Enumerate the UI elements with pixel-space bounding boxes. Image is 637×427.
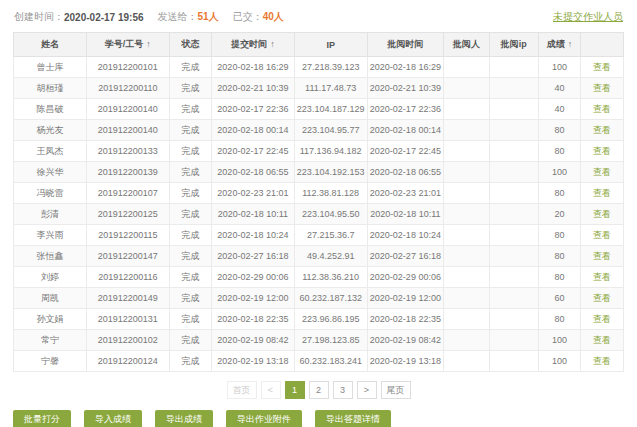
view-link[interactable]: 查看 [593, 62, 611, 72]
name-cell: 曾士库 [14, 57, 87, 78]
action-button[interactable]: 导出答题详情 [315, 410, 391, 427]
sort-ascending-icon[interactable]: ↑ [568, 39, 573, 49]
ip-cell: 27.215.36.7 [294, 225, 367, 246]
action-button[interactable]: 导入成绩 [84, 410, 142, 427]
pagination: 首页<123>尾页 [13, 381, 624, 399]
view-link[interactable]: 查看 [593, 125, 611, 135]
review-time-cell: 2020-02-18 06:55 [367, 162, 443, 183]
id-cell: 201912200110 [87, 78, 169, 99]
review-time-cell: 2020-02-17 22:45 [367, 141, 443, 162]
view-cell: 查看 [581, 351, 624, 372]
status-cell: 完成 [169, 288, 212, 309]
page-button: 首页 [227, 381, 257, 399]
review-ip-cell [489, 57, 538, 78]
score-cell: 100 [538, 162, 581, 183]
ip-cell: 112.38.36.210 [294, 267, 367, 288]
status-cell: 完成 [169, 57, 212, 78]
view-link[interactable]: 查看 [593, 356, 611, 366]
reviewer-cell [444, 141, 490, 162]
table-row: 彭清201912200125完成2020-02-18 10:11223.104.… [14, 204, 624, 225]
status-cell: 完成 [169, 204, 212, 225]
view-cell: 查看 [581, 183, 624, 204]
view-link[interactable]: 查看 [593, 104, 611, 114]
page-button[interactable]: 尾页 [381, 381, 411, 399]
table-row: 陈昌破201912200140完成2020-02-17 22:36223.104… [14, 99, 624, 120]
unsubmitted-students-link[interactable]: 未提交作业人员 [553, 10, 623, 24]
view-link[interactable]: 查看 [593, 272, 611, 282]
sort-ascending-icon[interactable]: ↑ [146, 39, 151, 49]
review-ip-cell [489, 120, 538, 141]
reviewer-cell [444, 57, 490, 78]
reviewer-cell [444, 309, 490, 330]
view-cell: 查看 [581, 99, 624, 120]
table-row: 刘婷201912200116完成2020-02-29 00:06112.38.3… [14, 267, 624, 288]
view-link[interactable]: 查看 [593, 251, 611, 261]
table-row: 冯晓雷201912200107完成2020-02-23 21:01112.38.… [14, 183, 624, 204]
action-button[interactable]: 批量打分 [13, 410, 71, 427]
view-link[interactable]: 查看 [593, 314, 611, 324]
sent-to-label: 发送给： [158, 10, 198, 24]
action-button[interactable]: 导出作业附件 [226, 410, 302, 427]
id-cell: 201912200140 [87, 120, 169, 141]
column-header: IP [294, 33, 367, 57]
column-header[interactable]: 提交时间↑ [212, 33, 294, 57]
action-button[interactable]: 导出成绩 [155, 410, 213, 427]
ip-cell: 112.38.81.128 [294, 183, 367, 204]
name-cell: 李兴雨 [14, 225, 87, 246]
table-row: 李兴雨201912200115完成2020-02-18 10:2427.215.… [14, 225, 624, 246]
id-cell: 201912200124 [87, 351, 169, 372]
page-button[interactable]: 3 [333, 381, 353, 399]
submit-time-cell: 2020-02-19 08:42 [212, 330, 294, 351]
page-button[interactable]: 2 [309, 381, 329, 399]
view-link[interactable]: 查看 [593, 293, 611, 303]
score-cell: 80 [538, 309, 581, 330]
sort-ascending-icon[interactable]: ↑ [270, 39, 275, 49]
score-cell: 80 [538, 141, 581, 162]
column-header[interactable]: 学号/工号↑ [87, 33, 169, 57]
view-link[interactable]: 查看 [593, 209, 611, 219]
column-header [581, 33, 624, 57]
view-link[interactable]: 查看 [593, 146, 611, 156]
review-ip-cell [489, 99, 538, 120]
score-cell: 80 [538, 183, 581, 204]
name-cell: 周凯 [14, 288, 87, 309]
status-cell: 完成 [169, 330, 212, 351]
status-cell: 完成 [169, 246, 212, 267]
view-link[interactable]: 查看 [593, 188, 611, 198]
submit-time-cell: 2020-02-23 21:01 [212, 183, 294, 204]
view-link[interactable]: 查看 [593, 335, 611, 345]
review-time-cell: 2020-02-18 00:14 [367, 120, 443, 141]
review-time-cell: 2020-02-19 12:00 [367, 288, 443, 309]
column-header: 状态 [169, 33, 212, 57]
view-link[interactable]: 查看 [593, 167, 611, 177]
ip-cell: 111.17.48.73 [294, 78, 367, 99]
review-ip-cell [489, 78, 538, 99]
ip-cell: 60.232.187.132 [294, 288, 367, 309]
status-cell: 完成 [169, 309, 212, 330]
page-button[interactable]: > [357, 381, 377, 399]
summary-bar: 创建时间： 2020-02-17 19:56 发送给： 51人 已交： 40人 … [14, 10, 623, 24]
view-cell: 查看 [581, 141, 624, 162]
view-cell: 查看 [581, 246, 624, 267]
score-cell: 100 [538, 351, 581, 372]
submit-time-cell: 2020-02-18 10:11 [212, 204, 294, 225]
id-cell: 201912200133 [87, 141, 169, 162]
page-button[interactable]: 1 [285, 381, 305, 399]
view-link[interactable]: 查看 [593, 83, 611, 93]
review-ip-cell [489, 204, 538, 225]
column-header: 批阅ip [489, 33, 538, 57]
submit-time-cell: 2020-02-18 10:24 [212, 225, 294, 246]
ip-cell: 223.96.86.195 [294, 309, 367, 330]
review-ip-cell [489, 246, 538, 267]
id-cell: 201912200140 [87, 99, 169, 120]
view-cell: 查看 [581, 267, 624, 288]
column-header[interactable]: 成绩↑ [538, 33, 581, 57]
submit-time-cell: 2020-02-18 16:29 [212, 57, 294, 78]
review-ip-cell [489, 183, 538, 204]
review-ip-cell [489, 309, 538, 330]
ip-cell: 223.104.95.50 [294, 204, 367, 225]
column-header: 批阅时间 [367, 33, 443, 57]
ip-cell: 223.104.187.129 [294, 99, 367, 120]
view-link[interactable]: 查看 [593, 230, 611, 240]
score-cell: 80 [538, 120, 581, 141]
